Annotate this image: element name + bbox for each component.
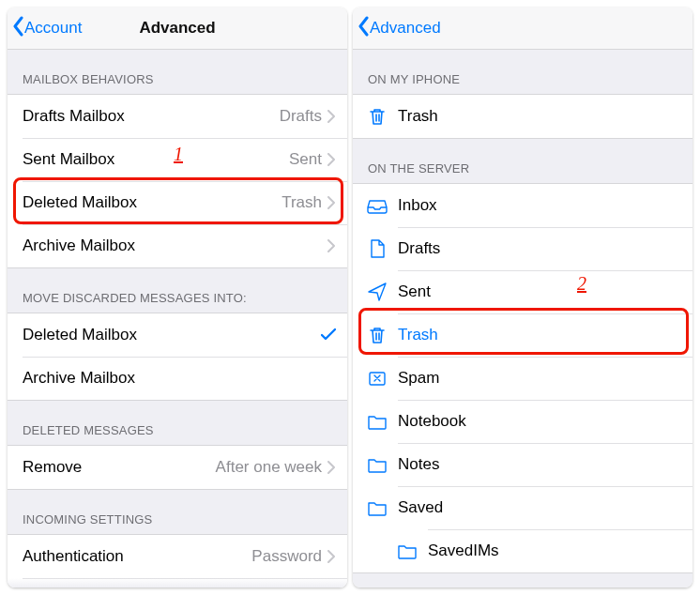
local-trash-row[interactable]: Trash	[353, 95, 692, 138]
authentication-row[interactable]: Authentication Password	[8, 535, 347, 578]
server-notebook-row[interactable]: Notebook	[353, 400, 692, 443]
back-button[interactable]: Advanced	[353, 16, 441, 41]
server-list: Inbox Drafts Sent Trash Spam	[353, 183, 692, 573]
drafts-mailbox-row[interactable]: Drafts Mailbox Drafts	[8, 95, 347, 138]
remove-row[interactable]: Remove After one week	[8, 446, 347, 489]
deleted-list: Remove After one week	[8, 445, 347, 490]
row-label: Drafts	[398, 239, 681, 258]
row-label: Drafts Mailbox	[23, 107, 280, 126]
server-spam-row[interactable]: Spam	[353, 357, 692, 400]
server-sent-row[interactable]: Sent	[353, 270, 692, 313]
chevron-right-icon	[327, 196, 336, 209]
content: ON MY IPHONE Trash ON THE SERVER Inbox D…	[353, 50, 692, 587]
folder-icon	[364, 454, 390, 475]
back-chevron-icon	[357, 16, 370, 41]
incoming-list: Authentication Password IMAP Path Prefix	[8, 534, 347, 587]
content: MAILBOX BEHAVIORS Drafts Mailbox Drafts …	[8, 50, 347, 587]
row-label: Notes	[398, 455, 681, 474]
back-label: Account	[24, 19, 82, 38]
trash-icon	[364, 325, 390, 345]
section-header-behaviors: MAILBOX BEHAVIORS	[8, 50, 347, 94]
row-label: Sent	[398, 282, 681, 301]
row-value: Drafts	[280, 107, 322, 126]
row-value: Trash	[282, 193, 322, 212]
server-savedims-row[interactable]: SavedIMs	[353, 529, 692, 572]
check-icon	[321, 328, 336, 342]
row-label: Inbox	[398, 196, 681, 215]
chevron-right-icon	[327, 153, 336, 166]
row-label: Archive Mailbox	[23, 236, 322, 255]
behaviors-list: Drafts Mailbox Drafts Sent Mailbox Sent …	[8, 94, 347, 268]
row-label: Trash	[398, 107, 681, 126]
chevron-right-icon	[327, 550, 336, 563]
section-header-incoming: INCOMING SETTINGS	[8, 490, 347, 534]
server-saved-row[interactable]: Saved	[353, 486, 692, 529]
server-trash-row[interactable]: Trash	[353, 313, 692, 357]
mailbox-picker-screen: Advanced ON MY IPHONE Trash ON THE SERVE…	[353, 8, 692, 587]
row-label: Spam	[398, 369, 681, 388]
archive-mailbox-row[interactable]: Archive Mailbox	[8, 224, 347, 267]
server-inbox-row[interactable]: Inbox	[353, 184, 692, 227]
back-label: Advanced	[370, 19, 441, 38]
folder-icon	[364, 411, 390, 432]
advanced-settings-screen: Account Advanced MAILBOX BEHAVIORS Draft…	[8, 8, 347, 587]
deleted-mailbox-row[interactable]: Deleted Mailbox Trash	[8, 181, 347, 224]
discarded-archive-row[interactable]: Archive Mailbox	[8, 357, 347, 400]
discarded-deleted-row[interactable]: Deleted Mailbox	[8, 313, 347, 357]
row-label: Sent Mailbox	[23, 150, 289, 169]
navbar: Advanced	[353, 8, 692, 50]
server-drafts-row[interactable]: Drafts	[353, 227, 692, 270]
server-notes-row[interactable]: Notes	[353, 443, 692, 486]
section-header-server: ON THE SERVER	[353, 139, 692, 183]
section-header-deleted: DELETED MESSAGES	[8, 401, 347, 445]
chevron-right-icon	[327, 239, 336, 252]
navbar: Account Advanced	[8, 8, 347, 50]
row-label: Saved	[398, 498, 681, 517]
folder-icon	[394, 541, 420, 561]
row-label: SavedIMs	[428, 542, 681, 560]
chevron-right-icon	[327, 461, 336, 474]
discarded-list: Deleted Mailbox Archive Mailbox	[8, 313, 347, 401]
back-chevron-icon	[11, 16, 24, 41]
row-label: Remove	[23, 458, 216, 477]
file-icon	[364, 238, 390, 259]
row-value: After one week	[216, 458, 322, 477]
trash-icon	[364, 106, 390, 127]
row-value: Password	[251, 547, 322, 566]
row-label: Notebook	[398, 412, 681, 431]
row-label: Deleted Mailbox	[23, 326, 321, 344]
spam-icon	[364, 368, 390, 389]
row-label: Archive Mailbox	[23, 369, 336, 388]
inbox-icon	[364, 195, 390, 216]
row-label: Authentication	[23, 547, 251, 566]
back-button[interactable]: Account	[8, 16, 82, 41]
row-label: Trash	[398, 326, 681, 344]
imap-path-prefix-row[interactable]: IMAP Path Prefix	[8, 578, 347, 587]
send-icon	[364, 282, 390, 302]
row-value: Sent	[289, 150, 322, 169]
section-header-local: ON MY IPHONE	[353, 50, 692, 94]
row-label: Deleted Mailbox	[23, 193, 282, 212]
folder-icon	[364, 497, 390, 518]
chevron-right-icon	[327, 110, 336, 123]
local-list: Trash	[353, 94, 692, 139]
section-header-discarded: MOVE DISCARDED MESSAGES INTO:	[8, 268, 347, 313]
sent-mailbox-row[interactable]: Sent Mailbox Sent	[8, 138, 347, 181]
